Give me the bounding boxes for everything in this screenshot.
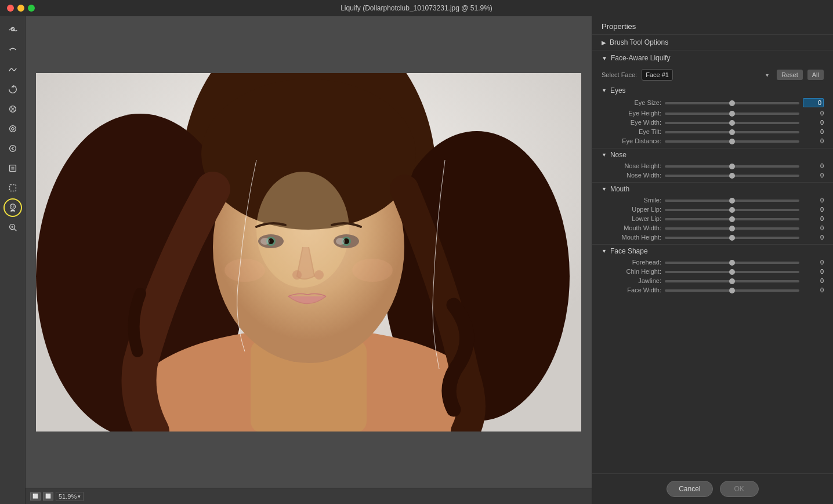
jawline-track[interactable]	[665, 280, 799, 282]
nose-width-track[interactable]	[665, 175, 799, 177]
face-width-value[interactable]: 0	[803, 287, 824, 293]
eye-size-value[interactable]: 0	[803, 98, 824, 107]
eye-tilt-thumb[interactable]	[729, 129, 735, 135]
face-width-track[interactable]	[665, 289, 799, 292]
mouth-height-thumb[interactable]	[729, 235, 735, 241]
eye-distance-track[interactable]	[665, 140, 799, 143]
mouth-width-track[interactable]	[665, 227, 799, 230]
mouth-height-value[interactable]: 0	[803, 234, 824, 241]
eye-tilt-track[interactable]	[665, 131, 799, 133]
chin-height-slider-container	[665, 270, 799, 273]
smile-value[interactable]: 0	[803, 197, 824, 204]
face-tool-icon	[8, 202, 18, 213]
reconstruct-tool[interactable]	[3, 41, 22, 59]
zoom-tool[interactable]	[3, 218, 22, 237]
eye-tilt-slider-container	[665, 130, 799, 133]
canvas-icon-1[interactable]: ⬜	[30, 492, 41, 501]
all-button[interactable]: All	[807, 70, 824, 80]
canvas-icon-2[interactable]: ⬜	[43, 492, 53, 501]
eye-tilt-value[interactable]: 0	[803, 128, 824, 135]
eye-size-track[interactable]	[665, 102, 799, 104]
eye-width-label: Eye Width:	[606, 119, 661, 126]
cancel-button[interactable]: Cancel	[667, 481, 712, 497]
lower-lip-track[interactable]	[665, 218, 799, 220]
smile-thumb[interactable]	[729, 198, 735, 204]
eye-width-thumb[interactable]	[729, 120, 735, 126]
lower-lip-thumb[interactable]	[729, 216, 735, 222]
mouth-width-slider-container	[665, 226, 799, 230]
chin-height-row: Chin Height: 0	[592, 267, 833, 276]
forward-warp-tool[interactable]	[3, 21, 22, 39]
face-select[interactable]: Face #1	[642, 69, 673, 81]
ok-button[interactable]: OK	[720, 481, 759, 497]
chin-height-thumb[interactable]	[729, 269, 735, 275]
properties-header: Properties	[592, 16, 833, 35]
select-face-row: Select Face: Face #1 Reset All	[592, 66, 833, 84]
eye-height-value[interactable]: 0	[803, 110, 824, 117]
freeze-mask-tool[interactable]	[3, 159, 22, 177]
nose-height-value[interactable]: 0	[803, 162, 824, 169]
minimize-button[interactable]	[17, 5, 24, 12]
status-bar: ⬜ ⬜ 51.9% ▾	[26, 488, 592, 504]
chin-height-track[interactable]	[665, 271, 799, 273]
eye-tilt-label: Eye Tilt:	[606, 128, 661, 135]
mouth-header[interactable]: ▼ Mouth	[592, 183, 833, 195]
mouth-width-thumb[interactable]	[729, 226, 735, 231]
forehead-thumb[interactable]	[729, 260, 735, 266]
twirl-tool[interactable]	[3, 80, 22, 99]
bottom-buttons: Cancel OK	[592, 473, 833, 504]
mouth-height-track[interactable]	[665, 237, 799, 239]
pucker-tool[interactable]	[3, 100, 22, 118]
face-tool[interactable]	[3, 198, 22, 217]
nose-header[interactable]: ▼ Nose	[592, 148, 833, 161]
bloat-tool[interactable]	[3, 119, 22, 138]
title-bar: Liquify (Dollarphotclub_101073231.jpg @ …	[0, 0, 833, 16]
upper-lip-track[interactable]	[665, 209, 799, 211]
thaw-mask-tool[interactable]	[3, 179, 22, 197]
window-controls[interactable]	[7, 5, 35, 12]
maximize-button[interactable]	[28, 5, 35, 12]
eye-width-track[interactable]	[665, 122, 799, 124]
reset-button[interactable]: Reset	[777, 70, 803, 80]
eye-height-track[interactable]	[665, 113, 799, 115]
eye-height-thumb[interactable]	[729, 111, 735, 117]
face-width-label: Face Width:	[606, 287, 661, 293]
jawline-value[interactable]: 0	[803, 277, 824, 284]
smile-label: Smile:	[606, 197, 661, 204]
eye-distance-thumb[interactable]	[729, 139, 735, 144]
mouth-width-value[interactable]: 0	[803, 224, 824, 231]
nose-height-row: Nose Height: 0	[592, 161, 833, 171]
jawline-thumb[interactable]	[729, 278, 735, 284]
chin-height-value[interactable]: 0	[803, 268, 824, 275]
properties-title: Properties	[602, 22, 636, 31]
mouth-section: ▼ Mouth Smile: 0 Upper Lip:	[592, 182, 833, 242]
forehead-track[interactable]	[665, 262, 799, 264]
zoom-selector[interactable]: 51.9% ▾	[56, 492, 84, 501]
eye-size-thumb[interactable]	[729, 100, 735, 106]
smooth-tool[interactable]	[3, 60, 22, 79]
brush-tool-options-header[interactable]: ▶ Brush Tool Options	[592, 35, 833, 50]
canvas-container[interactable]	[26, 16, 592, 488]
upper-lip-thumb[interactable]	[729, 207, 735, 213]
svg-line-11	[14, 229, 16, 231]
forehead-value[interactable]: 0	[803, 259, 824, 266]
eye-width-value[interactable]: 0	[803, 119, 824, 126]
close-button[interactable]	[7, 5, 14, 12]
upper-lip-value[interactable]: 0	[803, 206, 824, 213]
nose-width-value[interactable]: 0	[803, 172, 824, 179]
nose-height-track[interactable]	[665, 165, 799, 168]
canvas-image[interactable]	[36, 73, 581, 432]
lower-lip-value[interactable]: 0	[803, 215, 824, 222]
zoom-dropdown-arrow[interactable]: ▾	[78, 494, 81, 499]
nose-height-thumb[interactable]	[729, 164, 735, 169]
smile-track[interactable]	[665, 200, 799, 202]
face-width-thumb[interactable]	[729, 288, 735, 293]
face-aware-header[interactable]: ▼ Face-Aware Liquify	[592, 50, 833, 66]
face-shape-header[interactable]: ▼ Face Shape	[592, 245, 833, 258]
push-left-tool[interactable]	[3, 139, 22, 158]
eye-tilt-row: Eye Tilt: 0	[592, 127, 833, 136]
mouth-width-label: Mouth Width:	[606, 224, 661, 231]
eye-distance-value[interactable]: 0	[803, 137, 824, 144]
eyes-header[interactable]: ▼ Eyes	[592, 84, 833, 97]
nose-width-thumb[interactable]	[729, 173, 735, 179]
